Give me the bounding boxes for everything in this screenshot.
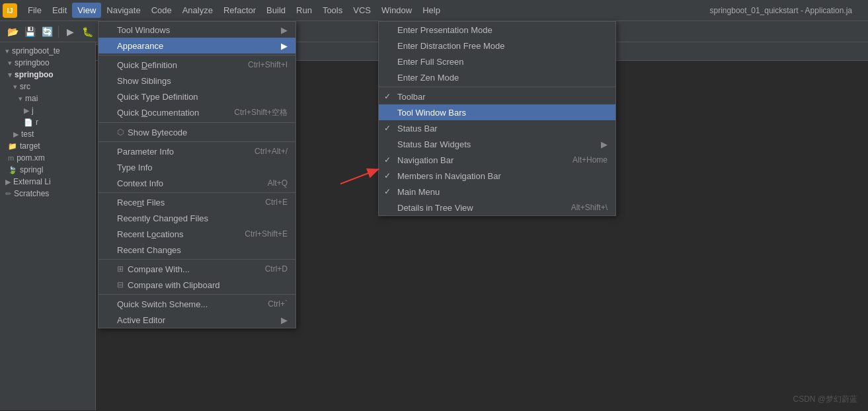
toolbar-run-config-btn[interactable]: ▶ xyxy=(63,24,77,39)
sidebar-pom[interactable]: m pom.xm xyxy=(0,152,95,164)
appearance-zen-mode[interactable]: Enter Zen Mode xyxy=(379,69,615,85)
nav-bar-shortcut: Alt+Home xyxy=(559,155,608,165)
context-info-shortcut: Alt+Q xyxy=(255,178,288,188)
appearance-presentation[interactable]: Enter Presentation Mode xyxy=(379,22,615,38)
members-check-icon: ✓ xyxy=(384,171,391,180)
appearance-toolbar[interactable]: ✓ Toolbar xyxy=(379,89,615,104)
view-show-siblings[interactable]: Show Siblings xyxy=(99,73,296,89)
menu-build[interactable]: Build xyxy=(261,3,291,18)
recent-files-shortcut: Ctrl+E xyxy=(252,198,288,207)
test-icon: ▶ xyxy=(13,130,19,139)
toolbar-debug-btn[interactable]: 🐛 xyxy=(80,24,95,39)
appearance-details-tree-view[interactable]: Details in Tree View Alt+Shift+\ xyxy=(379,200,615,215)
compare-icon: ⊞ xyxy=(117,264,124,274)
zen-mode-label: Enter Zen Mode xyxy=(397,73,459,83)
appearance-full-screen[interactable]: Enter Full Screen xyxy=(379,54,615,69)
appearance-distraction-free[interactable]: Enter Distraction Free Mode xyxy=(379,38,615,54)
appearance-dropdown: Enter Presentation Mode Enter Distractio… xyxy=(378,21,616,216)
sep5 xyxy=(99,259,296,260)
menu-file[interactable]: File xyxy=(22,3,47,18)
window-title: springboot_01_quickstart - Application.j… xyxy=(710,6,865,15)
sidebar-main[interactable]: ▾ mai xyxy=(0,93,95,104)
menu-code[interactable]: Code xyxy=(146,3,177,18)
sidebar-r[interactable]: 📄 r xyxy=(0,116,95,128)
appearance-status-bar[interactable]: ✓ Status Bar xyxy=(379,120,615,136)
menu-window[interactable]: Window xyxy=(376,3,417,18)
toolbar-save-btn[interactable]: 💾 xyxy=(22,24,37,39)
view-active-editor[interactable]: Active Editor ▶ xyxy=(99,312,296,328)
view-recent-locations[interactable]: Recent Locations Ctrl+Shift+E xyxy=(99,226,296,242)
j-icon: ▶ xyxy=(24,106,29,115)
appearance-status-bar-widgets[interactable]: Status Bar Widgets ▶ xyxy=(379,136,615,152)
menu-analyze[interactable]: Analyze xyxy=(177,3,218,18)
sidebar-project-label: springboot_te xyxy=(12,46,60,56)
sidebar-j[interactable]: ▶ j xyxy=(0,104,95,116)
status-bar-label: Status Bar xyxy=(397,124,438,133)
appearance-sep1 xyxy=(379,87,615,87)
quick-definition-shortcut: Ctrl+Shift+I xyxy=(235,60,288,69)
view-recent-changes[interactable]: Recent Changes xyxy=(99,242,296,258)
folder-icon2: ▾ xyxy=(8,71,12,79)
view-appearance[interactable]: Appearance ▶ xyxy=(99,38,296,54)
status-bar-check-icon: ✓ xyxy=(384,124,391,133)
view-parameter-info[interactable]: Parameter Info Ctrl+Alt+/ xyxy=(99,143,296,159)
appearance-tool-window-bars[interactable]: Tool Window Bars xyxy=(379,104,615,120)
members-nav-bar-label: Members in Navigation Bar xyxy=(397,171,501,181)
menu-run[interactable]: Run xyxy=(291,3,317,18)
tool-windows-label: Tool Windows xyxy=(117,25,170,35)
appearance-main-menu[interactable]: ✓ Main Menu xyxy=(379,184,615,200)
sidebar-test[interactable]: ▶ test xyxy=(0,128,95,140)
view-compare-with[interactable]: ⊞ Compare With... Ctrl+D xyxy=(99,261,296,277)
menu-navigate[interactable]: Navigate xyxy=(101,3,145,18)
folder-icon: ▾ xyxy=(8,59,12,67)
view-quick-switch[interactable]: Quick Switch Scheme... Ctrl+` xyxy=(99,296,296,312)
view-type-info[interactable]: Type Info xyxy=(99,159,296,175)
bytecode-icon: ⬡ xyxy=(117,128,124,137)
menu-refactor[interactable]: Refactor xyxy=(218,3,261,18)
sidebar-libs-label: External Li xyxy=(13,177,51,186)
show-siblings-label: Show Siblings xyxy=(117,76,171,86)
sidebar-project-header[interactable]: ▾ springboot_te xyxy=(0,45,95,57)
sidebar-springboot1[interactable]: ▾ springboo xyxy=(0,57,95,69)
target-icon: 📁 xyxy=(8,142,17,151)
full-screen-label: Enter Full Screen xyxy=(397,57,463,67)
toolbar-label: Toolbar xyxy=(397,92,426,102)
sidebar-item-label: springboo xyxy=(15,58,50,67)
sidebar-spring[interactable]: 🍃 springl xyxy=(0,164,95,176)
parameter-info-shortcut: Ctrl+Alt+/ xyxy=(241,147,288,156)
view-quick-type-def[interactable]: Quick Type Definition xyxy=(99,89,296,104)
view-recent-files[interactable]: Recent Files Ctrl+E xyxy=(99,194,296,210)
menu-edit[interactable]: Edit xyxy=(47,3,72,18)
appearance-members-nav-bar[interactable]: ✓ Members in Navigation Bar xyxy=(379,168,615,184)
view-quick-documentation[interactable]: Quick Documentation Ctrl+Shift+空格 xyxy=(99,104,296,121)
toolbar-refresh-btn[interactable]: 🔄 xyxy=(40,24,54,39)
view-quick-definition[interactable]: Quick Definition Ctrl+Shift+I xyxy=(99,57,296,73)
sidebar-springboot2[interactable]: ▾ springboo xyxy=(0,69,95,81)
menu-help[interactable]: Help xyxy=(417,3,446,18)
menu-view[interactable]: View xyxy=(72,3,101,18)
view-tool-windows[interactable]: Tool Windows ▶ xyxy=(99,22,296,38)
sidebar-pom-label: pom.xm xyxy=(17,153,45,163)
active-editor-label: Active Editor xyxy=(117,315,165,325)
sidebar-j-label: j xyxy=(32,106,34,115)
tool-windows-arrow: ▶ xyxy=(281,25,288,35)
sidebar-src[interactable]: ▾ src xyxy=(0,81,95,93)
appearance-navigation-bar[interactable]: ✓ Navigation Bar Alt+Home xyxy=(379,152,615,168)
view-recently-changed-files[interactable]: Recently Changed Files xyxy=(99,210,296,226)
sep6 xyxy=(99,294,296,295)
view-context-info[interactable]: Context Info Alt+Q xyxy=(99,175,296,191)
view-show-bytecode[interactable]: ⬡ Show Bytecode xyxy=(99,124,296,140)
sidebar-external-libs[interactable]: ▶ External Li xyxy=(0,176,95,188)
menu-tools[interactable]: Tools xyxy=(317,3,348,18)
appearance-arrow: ▶ xyxy=(281,41,288,51)
compare-with-shortcut: Ctrl+D xyxy=(252,264,288,274)
sidebar-target[interactable]: 📁 target xyxy=(0,140,95,152)
view-compare-clipboard[interactable]: ⊟ Compare with Clipboard xyxy=(99,277,296,293)
sidebar-src-label: src xyxy=(20,82,30,91)
toolbar-open-btn[interactable]: 📂 xyxy=(5,24,20,39)
sidebar-scratches[interactable]: ✏ Scratches xyxy=(0,188,95,200)
appearance-label: Appearance xyxy=(117,41,163,51)
navigation-bar-label: Navigation Bar xyxy=(397,155,454,165)
pom-icon: m xyxy=(8,154,14,162)
menu-vcs[interactable]: VCS xyxy=(348,3,376,18)
